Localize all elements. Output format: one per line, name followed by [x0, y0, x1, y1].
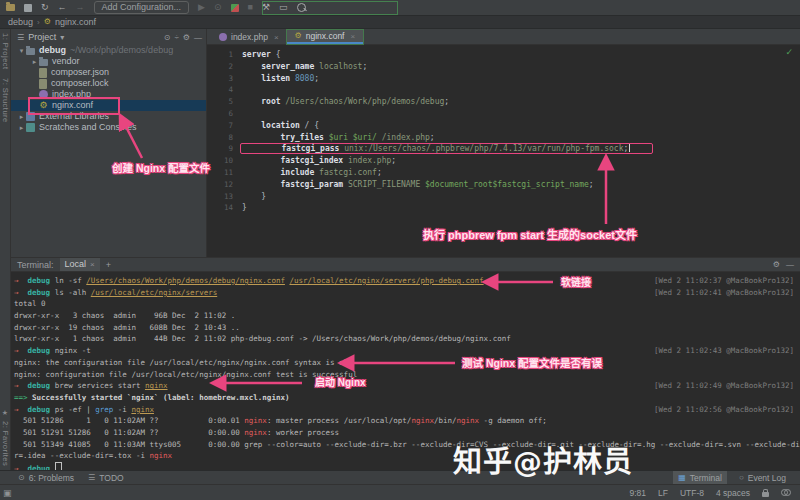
terminal-timestamp: [Wed 2 11:02:56 @MacBookPro132] [654, 404, 794, 416]
tree-chevron-icon[interactable]: ▸ [17, 122, 26, 133]
tool-window-switcher-icon[interactable]: ▣ [3, 488, 12, 498]
locate-icon[interactable]: ⊙ [164, 33, 171, 42]
tree-item-vendor[interactable]: ▸vendor [11, 56, 206, 67]
problems-button[interactable]: ⊙ 6: Problems [18, 473, 74, 483]
editor-line-8[interactable]: 8 try_files $uri $uri/ /index.php; [207, 132, 800, 144]
line-number: 9 [207, 143, 242, 155]
run-icon[interactable]: ▶ [198, 3, 205, 12]
editor-line-6[interactable]: 6 [207, 108, 800, 120]
editor-tab-label: index.php [231, 32, 268, 42]
project-panel-title[interactable]: Project [28, 32, 56, 42]
run-configuration-dropdown[interactable]: Add Configuration... [94, 1, 190, 14]
problems-icon: ⊙ [18, 473, 25, 482]
editor-tab-nginx-conf[interactable]: ⚙nginx.conf× [287, 30, 364, 44]
editor-line-14[interactable]: 14} [207, 202, 800, 214]
left-tool-stripe: 1: Project 7: Structure ★ 2: Favorites [0, 29, 11, 470]
stripe-favorites-button[interactable]: 2: Favorites [1, 417, 10, 470]
stripe-project-button[interactable]: 1: Project [1, 29, 10, 74]
sync-icon[interactable]: ↻ [41, 3, 49, 12]
editor-line-12[interactable]: 12 fastcgi_param SCRIPT_FILENAME $docume… [207, 179, 800, 191]
project-menu-icon[interactable]: ☰ [17, 33, 24, 42]
annotation-start-nginx: 启动 Nginx [315, 374, 366, 389]
tree-item-composer-json[interactable]: composer.json [11, 67, 206, 78]
line-number: 14 [207, 202, 242, 214]
zhihu-watermark: 知乎@护林员 [453, 438, 633, 480]
editor-line-10[interactable]: 10 fastcgi_index index.php; [207, 155, 800, 167]
breadcrumb-file[interactable]: nginx.conf [55, 17, 96, 27]
code-style-icon[interactable] [781, 489, 790, 496]
todo-button[interactable]: ☰ TODO [88, 473, 124, 483]
editor-tab-index-php[interactable]: index.php× [211, 30, 287, 44]
terminal-line-5: drwxr-xr-x 19 chaos admin 608B Dec 2 10:… [14, 322, 800, 334]
editor-line-4[interactable]: 4 [207, 84, 800, 96]
new-terminal-tab-button[interactable]: + [106, 260, 111, 270]
tree-chevron-icon[interactable]: ▸ [30, 56, 39, 67]
stop-icon[interactable]: ■ [248, 3, 253, 12]
conf-file-icon: ⚙ [295, 32, 302, 40]
main-toolbar: ↻ ← → Add Configuration... ▶ ⊙ ■ ⚒ ▭ [0, 0, 800, 16]
editor-body[interactable]: 1server {2 server_name localhost;3 liste… [207, 45, 800, 214]
file-encoding[interactable]: UTF-8 [680, 488, 704, 498]
event-log-button[interactable]: ○ Event Log [739, 473, 786, 483]
tree-item-scratches-and-consoles[interactable]: ▸Scratches and Consoles [11, 122, 206, 133]
editor-line-7[interactable]: 7 location / { [207, 120, 800, 132]
editor-line-9[interactable]: 9 fastcgi_pass unix:/Users/chaos/.phpbre… [207, 143, 800, 155]
capture-artifact-box [262, 1, 398, 15]
terminal-tab-local[interactable]: Local × [60, 258, 100, 271]
tab-close-icon[interactable]: × [350, 32, 355, 41]
terminal-label: Terminal: [17, 260, 54, 270]
lock-file-icon [39, 79, 47, 89]
annotation-socket-file: 执行 phpbrew fpm start 生成的socket文件 [423, 226, 637, 242]
code-text: location / { [242, 120, 319, 132]
code-text: } [242, 202, 247, 214]
terminal-line-6: lrwxr-xr-x 1 chaos admin 44B Dec 2 11:02… [14, 333, 800, 345]
terminal-button[interactable]: ▦ Terminal [673, 471, 727, 484]
code-text: fastcgi_pass unix:/Users/chaos/.phpbrew/… [242, 143, 653, 155]
code-text: fastcgi_index index.php; [242, 155, 396, 167]
project-chevron-icon[interactable]: ▾ [60, 33, 64, 42]
tree-chevron-icon[interactable]: ▸ [17, 111, 26, 122]
tree-chevron-icon[interactable]: ▾ [17, 45, 26, 56]
line-number: 4 [207, 84, 242, 96]
forward-icon[interactable]: → [76, 3, 85, 12]
hide-panel-icon[interactable]: — [194, 33, 202, 42]
editor-line-3[interactable]: 3 listen 8080; [207, 73, 800, 85]
tab-close-icon[interactable]: × [274, 33, 279, 42]
editor-line-5[interactable]: 5 root /Users/chaos/Work/php/demos/debug… [207, 96, 800, 108]
save-icon[interactable] [24, 4, 32, 12]
editor-line-13[interactable]: 13 } [207, 191, 800, 203]
annotation-create-conf: 创建 Nginx 配置文件 [112, 160, 210, 175]
line-number: 10 [207, 155, 242, 167]
code-text: try_files $uri $uri/ /index.php; [242, 132, 435, 144]
caret-position[interactable]: 9:81 [629, 488, 646, 498]
line-number: 1 [207, 49, 242, 61]
terminal-timestamp: [Wed 2 11:02:37 @MacBookPro132] [654, 275, 794, 287]
tree-item-debug[interactable]: ▾debug~/Work/php/demos/debug [11, 45, 206, 56]
terminal-timestamp: [Wed 2 11:02:41 @MacBookPro132] [654, 287, 794, 299]
panel-settings-icon[interactable]: ⚙ [183, 33, 190, 42]
indent-setting[interactable]: 4 spaces [716, 488, 750, 498]
tree-item-composer-lock[interactable]: composer.lock [11, 78, 206, 89]
terminal-hide-icon[interactable]: — [786, 260, 794, 269]
terminal-settings-icon[interactable]: ⚙ [773, 260, 780, 269]
terminal-timestamp: [Wed 2 11:02:49 @MacBookPro132] [654, 380, 794, 392]
terminal-tab-close-icon[interactable]: × [90, 258, 95, 271]
coverage-icon[interactable] [231, 4, 239, 12]
terminal-output[interactable]: → debug ln -sf /Users/chaos/Work/php/dem… [11, 272, 800, 474]
back-icon[interactable]: ← [58, 3, 67, 12]
breadcrumb-project[interactable]: debug [8, 17, 33, 27]
editor-line-1[interactable]: 1server { [207, 49, 800, 61]
line-separator[interactable]: LF [658, 488, 668, 498]
collapse-all-icon[interactable]: ÷ [174, 33, 178, 42]
line-number: 5 [207, 96, 242, 108]
debug-icon[interactable]: ⊙ [214, 3, 222, 12]
open-folder-icon[interactable] [6, 4, 15, 11]
editor-line-11[interactable]: 11 include fastcgi.conf; [207, 167, 800, 179]
annotation-box-fastcgi-pass: fastcgi_pass unix:/Users/chaos/.phpbrew/… [240, 143, 653, 154]
breadcrumb-separator: › [37, 18, 40, 27]
editor-area: index.php×⚙nginx.conf× 1server {2 server… [207, 29, 800, 257]
readonly-lock-icon[interactable] [762, 492, 769, 497]
tree-item-label: debug [39, 45, 66, 56]
editor-line-2[interactable]: 2 server_name localhost; [207, 61, 800, 73]
stripe-structure-button[interactable]: 7: Structure [1, 74, 10, 127]
